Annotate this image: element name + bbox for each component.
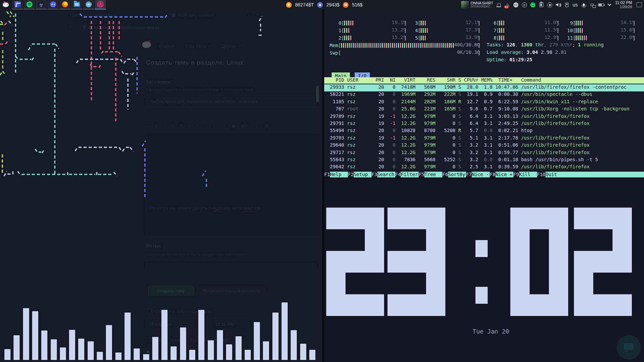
tray-date: 1/20/26 bbox=[615, 5, 632, 9]
process-row[interactable]: 767 root 20 0 25.0G 221M 165M S 9.6 0.7 … bbox=[324, 106, 644, 113]
process-row[interactable]: 29789 rsz 19 -1 12.2G 979M 0 S 6.4 3.1 3… bbox=[324, 113, 644, 121]
process-row[interactable]: 55643 rsz 20 0 7836 5668 5252 S 3.2 0.0 … bbox=[324, 157, 644, 164]
clock-digit-cell bbox=[549, 251, 568, 273]
pipe-segment bbox=[202, 171, 206, 176]
pipe-segment bbox=[119, 147, 122, 151]
chat-bubble-button[interactable] bbox=[617, 335, 641, 360]
taskbar-app-element[interactable] bbox=[12, 0, 23, 9]
cpu-percent: 14.1% bbox=[621, 20, 635, 25]
cava-bar bbox=[97, 352, 103, 360]
clock-colon-dot bbox=[475, 287, 488, 304]
fkey-label[interactable]: Search bbox=[377, 172, 395, 177]
taskbar-app-dolphin[interactable] bbox=[71, 0, 82, 9]
clock-digit-cell bbox=[387, 208, 407, 229]
taskbar-app-anarchy-active[interactable]: Ⓐ bbox=[95, 0, 106, 9]
cpu-meter-2: 2[15.2%] bbox=[336, 35, 407, 41]
fkey-label[interactable]: Quit bbox=[546, 172, 644, 177]
media-widget[interactable]: ONNA SHIRT smokedope2... bbox=[461, 1, 493, 8]
taskbar-app-spotify[interactable] bbox=[24, 0, 35, 9]
tray-expand-chevron-icon[interactable] bbox=[607, 1, 612, 8]
fkey-F7[interactable]: F7 bbox=[466, 172, 472, 177]
fkey-F6[interactable]: F6 bbox=[442, 172, 448, 177]
usb-device-icon[interactable] bbox=[564, 1, 570, 8]
microphone-icon[interactable] bbox=[581, 1, 586, 8]
tty-clock-window[interactable]: Tue Jan 20 bbox=[324, 178, 644, 362]
pipe-segment bbox=[99, 64, 102, 68]
taskbar-app-qbittorrent[interactable]: qb bbox=[83, 0, 94, 9]
process-row[interactable]: 29717 rsz 20 0 12.2G 979M 0 S 3.2 3.1 0:… bbox=[324, 150, 644, 157]
tray-discord-icon[interactable] bbox=[513, 1, 519, 8]
fkey-F8[interactable]: F8 bbox=[490, 172, 495, 177]
clock-digit-cell bbox=[593, 208, 613, 229]
discord-icon bbox=[50, 1, 56, 7]
process-table-header[interactable]: PID USER PRI NI VIRT RES SHR S CPU%▽ MEM… bbox=[324, 77, 644, 84]
pipe-segment bbox=[122, 71, 125, 75]
pipe-segment bbox=[18, 171, 21, 175]
fkey-F1[interactable]: F1 bbox=[324, 172, 330, 177]
terminal-pipes-window[interactable]: Удобная альтернатива от ... ЖUR (en) - p… bbox=[0, 9, 322, 362]
fkey-label[interactable]: SortBy bbox=[448, 172, 466, 177]
cpu-meter-label: 2 bbox=[336, 35, 341, 41]
htop-window[interactable]: 0[19.1%] 1[13.2%] 2[15.2%] 3[12.1%] 4[17… bbox=[324, 9, 644, 177]
keyboard-layout[interactable]: us bbox=[573, 1, 578, 8]
clock-digit-cell bbox=[510, 273, 530, 294]
fkey-label[interactable]: Nice + bbox=[495, 172, 513, 177]
clock-digit-cell bbox=[387, 251, 407, 273]
desktop: /60 qb Ⓐ B 88274$T ◆ 2943$ M 516$ ONNA S… bbox=[0, 0, 644, 362]
updates-icon[interactable]: 4.0 bbox=[505, 1, 510, 8]
fkey-F3[interactable]: F3 bbox=[372, 172, 377, 177]
fkey-F10[interactable]: F10 bbox=[537, 172, 546, 177]
fkey-label[interactable]: Filter bbox=[401, 172, 419, 177]
fkey-F9[interactable]: F9 bbox=[513, 172, 519, 177]
clock-digit-cell bbox=[426, 208, 445, 229]
process-row[interactable]: 29703 rsz 19 -1 12.2G 979M 0 S 5.1 3.1 2… bbox=[324, 135, 644, 142]
pipe-segment bbox=[5, 21, 8, 25]
fkey-label[interactable]: Setup bbox=[354, 172, 372, 177]
clock-digit-cell bbox=[407, 294, 426, 316]
process-row[interactable]: 1105 rsz 20 0 2144M 282M 186M R 12.7 0.9… bbox=[324, 99, 644, 106]
mem-label: Mem bbox=[330, 43, 338, 48]
clock-digit-cell bbox=[407, 251, 426, 273]
fkey-label[interactable]: Tree bbox=[424, 172, 442, 177]
clipboard-icon[interactable] bbox=[539, 1, 544, 8]
taskbar-app-firefox[interactable] bbox=[59, 0, 70, 9]
show-desktop-button[interactable] bbox=[635, 1, 642, 8]
tray-qbittorrent-icon[interactable]: qb bbox=[522, 1, 527, 8]
cpu-percent: 22.0% bbox=[621, 35, 635, 40]
tray-clock[interactable]: 11:02 PM 1/20/26 bbox=[615, 1, 632, 9]
taskbar-app-discord[interactable] bbox=[47, 0, 59, 9]
process-row[interactable]: 29642 rsz 20 0 12.2G 979M 0 S 2.5 3.1 0:… bbox=[324, 164, 644, 171]
process-row[interactable]: 29791 rsz 19 -1 12.2G 979M 0 S 6.4 3.1 2… bbox=[324, 121, 644, 128]
cpu-meter-label: 4 bbox=[412, 28, 418, 33]
cava-bar bbox=[32, 311, 38, 360]
tray-spotify-icon[interactable] bbox=[530, 1, 536, 8]
process-row[interactable]: 58221 rsz 20 0 1969M 292M 222M S 19.1 0.… bbox=[324, 91, 644, 99]
process-row[interactable]: 29640 rsz 20 0 12.2G 979M 0 S 3.2 3.1 0:… bbox=[324, 142, 644, 149]
cpu-meter-label: 8 bbox=[491, 35, 496, 41]
cpu-meter-8: 8[12.9%] bbox=[491, 35, 559, 41]
battery-icon[interactable] bbox=[598, 1, 604, 8]
swp-meter: Swp[0K/10.3G] bbox=[330, 49, 481, 56]
fkey-F5[interactable]: F5 bbox=[419, 172, 424, 177]
cpu-meter-11: 11[22.0%] bbox=[567, 35, 636, 41]
pipe-segment bbox=[124, 59, 127, 63]
taskbar-app-timer[interactable]: /60 bbox=[36, 0, 47, 9]
media-play-icon[interactable] bbox=[547, 1, 553, 8]
network-vpn-icon[interactable] bbox=[590, 1, 595, 8]
fkey-label[interactable]: Help bbox=[330, 172, 348, 177]
process-row[interactable]: 55494 rsz 20 0 10828 8700 5208 R 5.7 0.0… bbox=[324, 128, 644, 135]
app-launcher-hello-kitty[interactable] bbox=[0, 0, 11, 9]
system-tray: ONNA SHIRT smokedope2... 4.0 qb ))) us 1… bbox=[461, 0, 644, 9]
pipe-segment bbox=[3, 71, 5, 75]
fkey-label[interactable]: Nice - bbox=[472, 172, 490, 177]
uptime: Uptime: 01:29:25 bbox=[487, 57, 532, 62]
fkey-F4[interactable]: F4 bbox=[395, 172, 401, 177]
fkey-F2[interactable]: F2 bbox=[348, 172, 354, 177]
notifications-bell-icon[interactable] bbox=[496, 1, 502, 8]
process-row[interactable]: 29933 rsz 20 0 7418M 568M 190M S 28.0 1.… bbox=[324, 84, 644, 91]
hello-kitty-icon bbox=[3, 2, 9, 7]
pipe-segment bbox=[42, 149, 45, 153]
cava-bar bbox=[300, 344, 306, 360]
fkey-label[interactable]: Kill bbox=[519, 172, 537, 177]
volume-icon[interactable]: ))) bbox=[556, 1, 561, 8]
